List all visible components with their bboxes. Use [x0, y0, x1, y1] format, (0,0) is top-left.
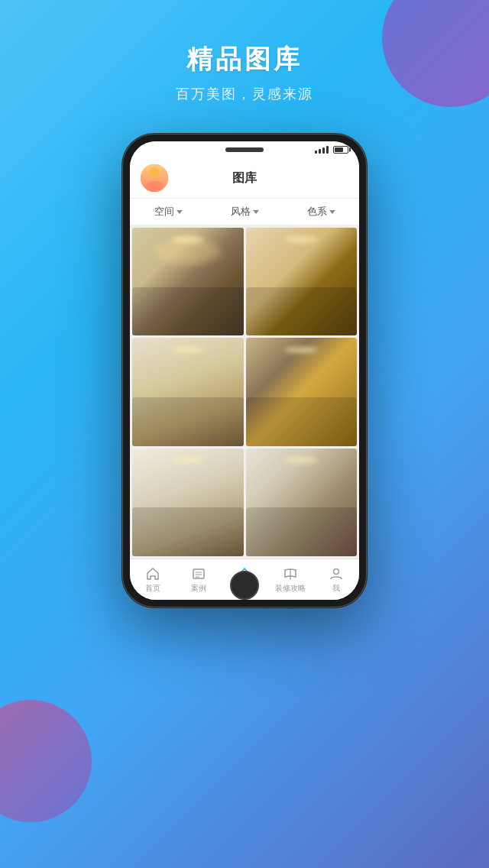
nav-cases-label: 案例	[191, 583, 206, 594]
filter-color-label: 色系	[307, 205, 327, 219]
phone-screen: 图库 空间 风格 色系	[130, 141, 359, 600]
nav-me-label: 我	[332, 583, 340, 594]
filter-space-label: 空间	[154, 205, 174, 219]
signal-bar-3	[322, 147, 325, 154]
room-light-2	[284, 236, 318, 242]
app-header: 图库	[130, 158, 359, 199]
room-furniture-1	[132, 287, 244, 336]
filter-space[interactable]: 空间	[130, 205, 206, 219]
room-image-4[interactable]	[246, 338, 358, 445]
chevron-down-icon	[329, 210, 335, 214]
image-grid	[130, 225, 359, 559]
page-header: 精品图库 百万美图，灵感来源	[0, 0, 489, 103]
room-light-1	[171, 236, 205, 242]
filter-style[interactable]: 风格	[206, 205, 283, 219]
filter-bar: 空间 风格 色系	[130, 199, 359, 225]
room-image-2[interactable]	[246, 228, 358, 335]
signal-bars	[315, 146, 329, 154]
app-screen-title: 图库	[168, 170, 321, 186]
filter-style-label: 风格	[231, 205, 251, 219]
home-icon	[145, 566, 160, 581]
avatar-image	[141, 164, 168, 192]
nav-cases[interactable]: 案例	[176, 559, 222, 600]
nav-guide[interactable]: 装修攻略	[267, 559, 313, 600]
room-image-3[interactable]	[132, 338, 244, 445]
page-subtitle: 百万美图，灵感来源	[0, 85, 489, 103]
room-furniture-6	[246, 507, 358, 556]
page-title: 精品图库	[0, 42, 489, 77]
room-image-1[interactable]	[132, 228, 244, 335]
signal-bar-4	[326, 146, 329, 154]
battery-icon	[333, 146, 348, 154]
room-furniture-4	[246, 397, 358, 446]
battery-fill	[335, 147, 343, 152]
room-image-6[interactable]	[246, 449, 358, 556]
bg-blob-bottom-left	[0, 700, 92, 822]
room-light-6	[284, 457, 318, 463]
chevron-down-icon	[253, 210, 259, 214]
room-furniture-3	[132, 397, 244, 446]
cases-icon	[191, 566, 206, 581]
avatar[interactable]	[141, 164, 168, 192]
avatar-body	[146, 181, 163, 192]
phone-device: 图库 空间 风格 色系	[122, 134, 367, 607]
phone-speaker	[225, 147, 264, 152]
phone-wrapper: 图库 空间 风格 色系	[122, 134, 367, 607]
room-image-5[interactable]	[132, 449, 244, 556]
room-furniture-2	[246, 287, 358, 336]
signal-bar-2	[319, 149, 321, 154]
chevron-down-icon	[176, 210, 183, 214]
room-light-4	[284, 347, 318, 353]
svg-point-8	[334, 568, 339, 574]
nav-guide-label: 装修攻略	[275, 583, 306, 594]
room-light-5	[171, 457, 205, 463]
nav-home-label: 首页	[145, 583, 160, 594]
room-furniture-5	[132, 507, 244, 556]
room-light-3	[171, 347, 205, 353]
nav-home[interactable]: 首页	[130, 559, 176, 600]
phone-home-button[interactable]	[230, 571, 259, 600]
filter-color[interactable]: 色系	[283, 205, 359, 219]
avatar-head	[149, 167, 160, 178]
signal-bar-1	[315, 151, 317, 154]
guide-icon	[283, 566, 298, 581]
me-icon	[329, 566, 344, 581]
nav-me[interactable]: 我	[313, 559, 359, 600]
